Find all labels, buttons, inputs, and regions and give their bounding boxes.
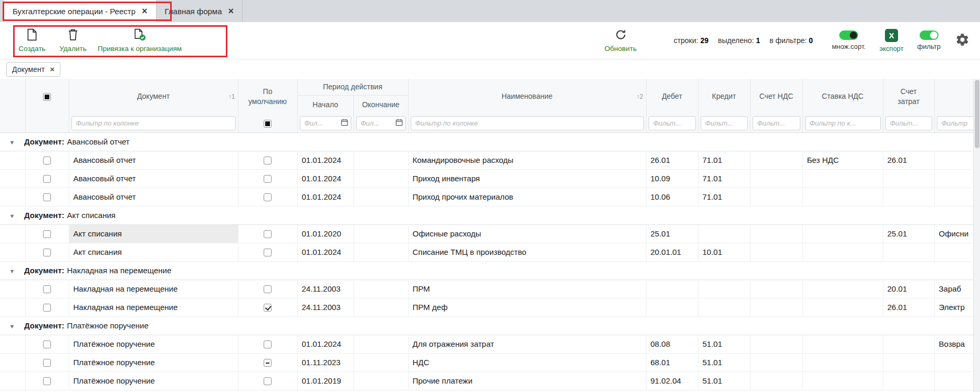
vertical-scrollbar[interactable]	[973, 79, 980, 392]
data-row[interactable]: Платёжное поручение01.01.2024Для отражен…	[0, 335, 973, 353]
export-button[interactable]: X экспорт	[879, 29, 903, 53]
data-row[interactable]: Накладная на перемещение24.11.2003ПРМ20.…	[0, 280, 973, 298]
select-all-checkbox[interactable]	[43, 93, 51, 101]
cell-extra	[934, 243, 973, 261]
close-tab-icon[interactable]: ×	[142, 6, 148, 16]
create-button[interactable]: Создать	[16, 28, 48, 53]
filter-debit-input[interactable]	[649, 116, 696, 130]
filter-cost-account-input[interactable]	[885, 116, 932, 130]
cell-default	[238, 280, 297, 298]
filter-document-input[interactable]	[71, 116, 236, 130]
cell-debit	[646, 298, 698, 316]
default-checkbox[interactable]	[264, 157, 272, 164]
filter-period-end[interactable]: Фил...	[356, 116, 406, 130]
cell-default	[238, 243, 297, 261]
filter-extra-input[interactable]	[937, 116, 974, 130]
data-row[interactable]: Платёжное поручение01.01.2019Прочие плат…	[0, 372, 973, 390]
row-select-checkbox[interactable]	[43, 304, 51, 312]
cell-select	[25, 372, 69, 390]
group-prefix: Документ:	[24, 137, 65, 146]
cell-start: 01.01.2024	[297, 335, 353, 353]
data-row[interactable]: Накладная на перемещение24.11.2003ПРМ де…	[0, 298, 973, 316]
collapse-group-icon[interactable]: ▼	[0, 323, 24, 329]
collapse-group-icon[interactable]: ▼	[0, 268, 24, 274]
default-checkbox[interactable]	[264, 341, 272, 348]
row-select-checkbox[interactable]	[43, 157, 51, 164]
cell-extra	[934, 151, 973, 169]
calendar-icon[interactable]	[395, 119, 403, 128]
row-select-checkbox[interactable]	[43, 359, 51, 367]
col-document[interactable]: Документ↑1	[69, 79, 238, 114]
filter-name-input[interactable]	[411, 116, 644, 130]
remove-group-icon[interactable]: ×	[50, 65, 55, 73]
data-row[interactable]: Акт списания01.01.2020Офисные расходы25.…	[0, 224, 973, 243]
cell-vat_acc	[750, 243, 802, 261]
cell-extra	[934, 353, 973, 372]
row-select-checkbox[interactable]	[43, 175, 51, 183]
group-row[interactable]: ▼Документ:Накладная на перемещение	[0, 261, 973, 280]
default-checkbox[interactable]	[264, 175, 272, 183]
default-checkbox[interactable]	[264, 359, 272, 367]
delete-button[interactable]: Удалить	[57, 28, 89, 53]
default-checkbox[interactable]	[264, 193, 272, 201]
default-checkbox[interactable]	[264, 285, 272, 293]
cell-end	[353, 280, 408, 298]
row-select-checkbox[interactable]	[43, 341, 51, 348]
col-cost-account[interactable]: Счет затрат	[883, 79, 934, 114]
col-extra[interactable]	[934, 79, 973, 114]
cell-expand	[0, 372, 25, 390]
filter-default-checkbox[interactable]	[264, 120, 272, 128]
calendar-icon[interactable]	[341, 119, 348, 128]
collapse-group-icon[interactable]: ▼	[0, 213, 24, 219]
settings-button[interactable]	[955, 33, 969, 49]
col-default[interactable]: По умолчанию	[238, 79, 297, 114]
toggle-track[interactable]	[839, 30, 858, 40]
toggle-track[interactable]	[920, 30, 939, 40]
data-row[interactable]: Платёжное поручение01.11.2023НДС68.0151.…	[0, 353, 973, 372]
group-chip-label: Документ	[12, 65, 45, 74]
close-tab-icon[interactable]: ×	[228, 6, 234, 16]
group-row[interactable]: ▼Документ:Авансовый отчет	[0, 132, 973, 151]
row-select-checkbox[interactable]	[43, 377, 51, 385]
col-vat-account[interactable]: Счет НДС	[750, 79, 802, 114]
col-period-start[interactable]: Начало	[297, 95, 353, 114]
cell-end	[353, 243, 408, 261]
default-checkbox[interactable]	[264, 230, 272, 238]
data-row[interactable]: Авансовый отчет01.01.2024Приход прочих м…	[0, 188, 973, 206]
data-row[interactable]: Акт списания01.01.2024Списание ТМЦ в про…	[0, 243, 973, 261]
refresh-button[interactable]: Обновить	[604, 28, 637, 53]
filter-vat-rate-input[interactable]	[805, 116, 881, 130]
tab-main-form[interactable]: Главная форма ×	[157, 0, 243, 22]
cell-name: Списание ТМЦ в производство	[408, 243, 646, 261]
bind-to-organizations-button[interactable]: Привязка к организациям	[98, 28, 182, 53]
filter-period-start[interactable]: Фил...	[300, 116, 351, 130]
cell-vat_rate	[802, 372, 883, 390]
col-name[interactable]: Наименование↑2	[408, 79, 646, 114]
group-chip-document[interactable]: Документ ×	[6, 62, 60, 77]
row-select-checkbox[interactable]	[43, 193, 51, 201]
col-period-end[interactable]: Окончание	[353, 95, 408, 114]
filter-credit-input[interactable]	[701, 116, 748, 130]
collapse-group-icon[interactable]: ▼	[0, 139, 24, 146]
tab-accounting-operations[interactable]: Бухгалтерские операции - Реестр ×	[4, 0, 157, 22]
filter-vat-account-input[interactable]	[753, 116, 800, 130]
group-row[interactable]: ▼Документ:Акт списания	[0, 206, 973, 224]
row-select-checkbox[interactable]	[43, 230, 51, 238]
data-row[interactable]: Авансовый отчет01.01.2024Приход инвентар…	[0, 169, 973, 188]
row-select-checkbox[interactable]	[43, 249, 51, 256]
filter-toggle[interactable]: фильтр	[918, 30, 941, 50]
default-checkbox[interactable]	[264, 304, 272, 312]
row-select-checkbox[interactable]	[43, 285, 51, 293]
register-table: Документ↑1 По умолчанию Период действия …	[0, 79, 974, 390]
group-row[interactable]: ▼Документ:Платёжное поручение	[0, 316, 973, 335]
col-vat-rate[interactable]: Ставка НДС	[802, 79, 883, 114]
stat-selected: выделено:1	[718, 36, 760, 45]
data-row[interactable]: Авансовый отчет01.01.2024Командировочные…	[0, 151, 973, 169]
scrollbar-thumb[interactable]	[975, 80, 979, 148]
default-checkbox[interactable]	[264, 377, 272, 385]
col-credit[interactable]: Кредит	[698, 79, 750, 114]
cell-extra	[934, 372, 973, 390]
col-debit[interactable]: Дебет	[646, 79, 698, 114]
multisort-toggle[interactable]: множ.сорт.	[832, 30, 866, 50]
default-checkbox[interactable]	[264, 249, 272, 256]
